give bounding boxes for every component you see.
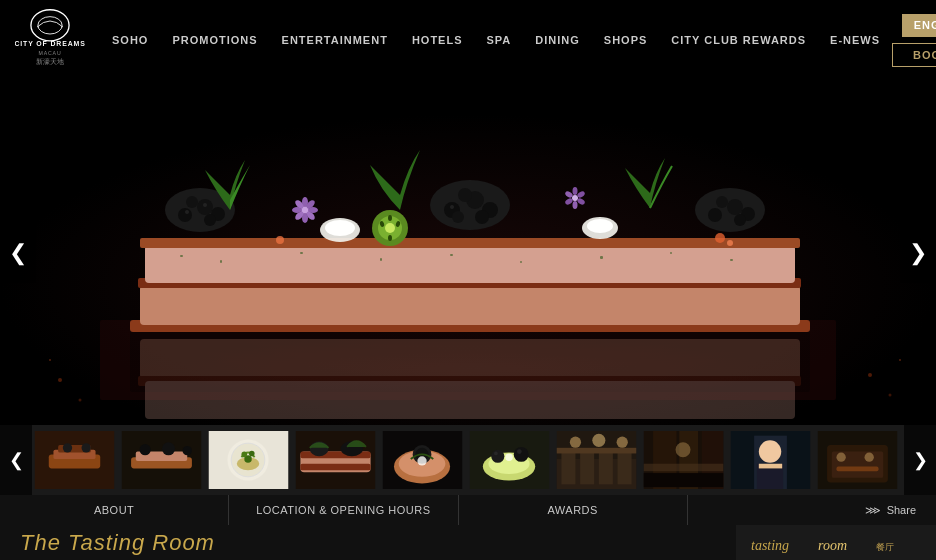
svg-point-122	[505, 453, 512, 460]
nav-promotions[interactable]: PROMOTIONS	[160, 0, 269, 80]
thumbnail-3[interactable]	[206, 429, 291, 491]
svg-point-26	[186, 196, 198, 208]
svg-rect-137	[644, 464, 724, 471]
share-button[interactable]: ⋙ Share	[688, 495, 936, 525]
svg-point-142	[759, 440, 781, 462]
tasting-room-logo: tasting room 餐厅	[746, 528, 926, 558]
thumbnail-1[interactable]	[32, 429, 117, 491]
thumbnails-container	[32, 425, 904, 495]
svg-rect-75	[140, 339, 800, 379]
svg-rect-13	[220, 260, 222, 263]
header: CITY OF DREAMS MACAU 新濠天地 SOHO PROMOTION…	[0, 0, 936, 80]
header-right: ENGLISH ▾ BOOKING	[892, 14, 936, 67]
thumbnail-9[interactable]	[728, 429, 813, 491]
svg-rect-20	[730, 259, 733, 261]
svg-point-88	[63, 443, 72, 452]
svg-point-80	[868, 373, 872, 377]
svg-point-71	[276, 236, 284, 244]
svg-point-102	[249, 451, 255, 457]
svg-point-43	[734, 214, 746, 226]
svg-text:tasting: tasting	[751, 538, 789, 553]
tab-awards[interactable]: Awards	[459, 495, 688, 525]
logo-area: CITY OF DREAMS MACAU 新濠天地	[0, 0, 100, 80]
tab-bar: About Location & Opening Hours Awards ⋙ …	[0, 495, 936, 525]
main-carousel: ❮ ❯	[0, 80, 936, 425]
thumb-image-5	[382, 431, 463, 489]
svg-point-47	[587, 219, 613, 233]
nav-spa[interactable]: SPA	[475, 0, 524, 80]
nav-hotels[interactable]: HOTELS	[400, 0, 475, 80]
carousel-next-button[interactable]: ❯	[900, 223, 936, 283]
thumbnails-bar: ❮	[0, 425, 936, 495]
brand-logo: CITY OF DREAMS MACAU 新濠天地	[15, 8, 85, 73]
svg-point-27	[204, 214, 216, 226]
thumbnails-next-button[interactable]: ❯	[904, 425, 936, 495]
svg-rect-21	[140, 238, 800, 248]
thumbnail-10[interactable]	[815, 429, 900, 491]
svg-text:MACAU: MACAU	[38, 49, 61, 55]
svg-rect-18	[600, 256, 603, 259]
nav-enews[interactable]: E-NEWS	[818, 0, 892, 80]
tab-about[interactable]: About	[0, 495, 229, 525]
svg-rect-126	[580, 452, 594, 485]
svg-text:room: room	[818, 538, 847, 553]
language-button[interactable]: ENGLISH ▾	[902, 14, 936, 37]
chevron-left-icon: ❮	[9, 240, 27, 266]
svg-point-36	[452, 211, 464, 223]
svg-rect-17	[520, 261, 522, 263]
thumb-image-9	[730, 431, 811, 489]
nav-city-club[interactable]: CITY CLUB REWARDS	[659, 0, 818, 80]
restaurant-title: The Tasting Room	[0, 530, 215, 556]
svg-rect-14	[300, 252, 303, 254]
svg-text:新濠天地: 新濠天地	[36, 58, 64, 65]
svg-point-131	[592, 434, 605, 447]
svg-point-29	[203, 203, 207, 207]
svg-rect-16	[450, 254, 453, 256]
thumbnails-prev-button[interactable]: ❮	[0, 425, 32, 495]
thumb-image-2	[121, 431, 202, 489]
svg-point-89	[82, 443, 91, 452]
thumbnail-6[interactable]	[467, 429, 552, 491]
svg-rect-19	[670, 252, 672, 254]
svg-rect-12	[180, 255, 183, 257]
thumbnail-2[interactable]	[119, 429, 204, 491]
restaurant-logo-area: tasting room 餐厅	[736, 525, 936, 560]
svg-rect-150	[836, 467, 878, 472]
svg-point-42	[716, 196, 728, 208]
thumbnail-8[interactable]	[641, 429, 726, 491]
carousel-prev-button[interactable]: ❮	[0, 223, 36, 283]
thumb-image-6	[469, 431, 550, 489]
nav-soho[interactable]: SOHO	[100, 0, 160, 80]
svg-point-1	[38, 16, 62, 33]
thumbnail-5[interactable]	[380, 429, 465, 491]
svg-rect-138	[644, 473, 724, 487]
svg-point-53	[388, 215, 392, 221]
svg-text:餐厅: 餐厅	[876, 542, 894, 552]
svg-point-50	[385, 223, 395, 233]
svg-point-78	[58, 378, 62, 382]
nav-dining[interactable]: DINING	[523, 0, 592, 80]
svg-rect-77	[145, 381, 795, 419]
thumbnail-7[interactable]	[554, 429, 639, 491]
svg-rect-9	[140, 285, 800, 325]
svg-rect-106	[300, 464, 370, 471]
svg-point-73	[727, 240, 733, 246]
svg-rect-129	[557, 448, 637, 454]
booking-button[interactable]: BOOKING	[892, 43, 936, 67]
svg-point-72	[715, 233, 725, 243]
svg-point-94	[162, 442, 175, 455]
svg-rect-15	[380, 258, 382, 261]
svg-point-54	[388, 235, 392, 241]
svg-point-101	[241, 452, 247, 458]
thumb-image-3	[208, 431, 289, 489]
thumbnail-4[interactable]	[293, 429, 378, 491]
svg-point-120	[494, 452, 498, 456]
svg-rect-144	[759, 464, 782, 469]
svg-point-82	[49, 359, 51, 361]
thumb-left-icon: ❮	[9, 449, 24, 471]
svg-point-130	[570, 437, 581, 448]
nav-shops[interactable]: SHOPS	[592, 0, 660, 80]
svg-point-65	[573, 187, 578, 195]
tab-location[interactable]: Location & Opening Hours	[229, 495, 458, 525]
nav-entertainment[interactable]: ENTERTAINMENT	[270, 0, 400, 80]
